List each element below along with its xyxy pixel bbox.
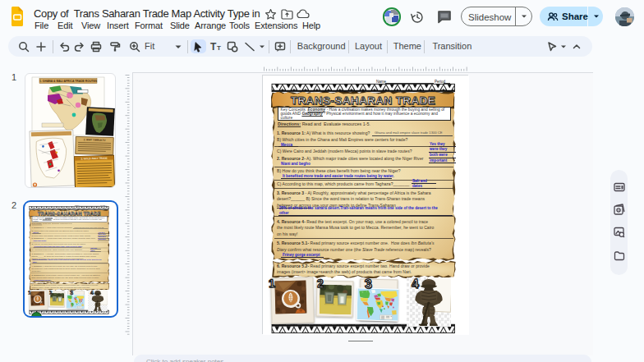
svg-text:1. GHANA & MALI AFRICA TRADE R: 1. GHANA & MALI AFRICA TRADE ROUTES: [39, 80, 98, 83]
svg-text:2. WHY TIMBUKTU: 2. WHY TIMBUKTU: [84, 138, 106, 142]
svg-text:3. GOLD–SALT TRADE: 3. GOLD–SALT TRADE: [80, 157, 108, 161]
